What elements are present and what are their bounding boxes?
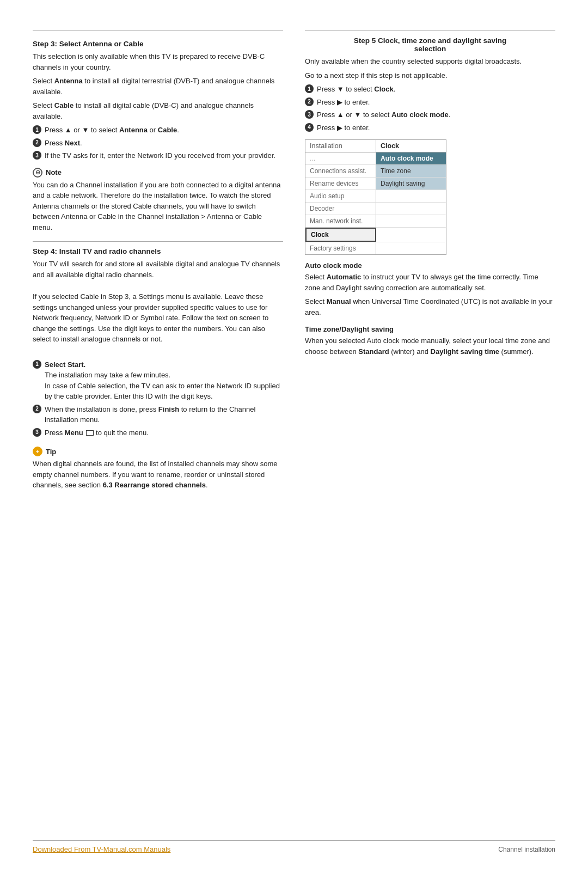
step5-num-1: 1 xyxy=(305,84,314,93)
tv-menu-row-8: Factory settings xyxy=(305,242,446,254)
antenna-bold: Antenna xyxy=(54,77,83,85)
tv-menu-col-install: Installation xyxy=(305,140,376,152)
tv-menu-cell-network: Man. network inst. xyxy=(305,215,376,227)
step3-title: Step 3: Select Antenna or Cable xyxy=(33,40,283,48)
note-icon: ⊖ xyxy=(33,168,42,178)
left-column: Step 3: Select Antenna or Cable This sel… xyxy=(33,22,283,824)
tv-menu-cell-timezone: Time zone xyxy=(376,165,446,177)
step4-num-1: 1 xyxy=(33,360,41,369)
cable-bold2: Cable xyxy=(158,126,177,134)
step3-list-item-1: 1 Press ▲ or ▼ to select Antenna or Cabl… xyxy=(33,125,283,136)
step3-num-2: 2 xyxy=(33,138,41,147)
cable-bold: Cable xyxy=(54,101,74,109)
tip-box: + Tip When digital channels are found, t… xyxy=(33,447,283,491)
tv-menu-cell-rename: Rename devices xyxy=(305,178,376,190)
step3-section: Step 3: Select Antenna or Cable This sel… xyxy=(33,40,283,161)
step4-para2: If you selected Cable in Step 3, a Setti… xyxy=(33,291,283,345)
step4-list: 1 Select Start. The installation may tak… xyxy=(33,359,283,438)
tv-menu-cell-clock-right xyxy=(376,228,446,242)
step4-list-item-1: 1 Select Start. The installation may tak… xyxy=(33,359,283,402)
step3-para1: This selection is only available when th… xyxy=(33,51,283,72)
step4-list-item-3: 3 Press Menu to quit the menu. xyxy=(33,427,283,438)
step5-list-item-2: 2 Press ▶ to enter. xyxy=(305,97,555,108)
step3-list-item-3: 3 If the TV asks for it, enter the Netwo… xyxy=(33,150,283,161)
step5-num-2: 2 xyxy=(305,97,314,106)
step3-item3-text: If the TV asks for it, enter the Network… xyxy=(45,150,275,161)
tip-icon: + xyxy=(33,447,42,456)
automatic-bold: Automatic xyxy=(327,273,362,281)
tv-menu-col-clock: Clock xyxy=(376,140,446,152)
footer-link[interactable]: Downloaded From TV-Manual.com Manuals xyxy=(33,845,170,853)
tip-title: + Tip xyxy=(33,447,283,456)
tv-menu-cell-factory-right xyxy=(376,242,446,254)
tv-menu-row-1: ... Auto clock mode xyxy=(305,152,446,165)
right-column: Step 5 Clock, time zone and daylight sav… xyxy=(305,22,555,824)
step4-list-item-2: 2 When the installation is done, press F… xyxy=(33,404,283,425)
tv-menu-row-6: Man. network inst. xyxy=(305,215,446,228)
right-top-divider xyxy=(305,30,555,31)
step3-list-item-2: 2 Press Next. xyxy=(33,138,283,149)
menu-icon xyxy=(86,430,94,436)
step4-num-3: 3 xyxy=(33,428,41,437)
daylight-bold: Daylight saving time xyxy=(431,347,499,356)
step5-para1: Only available when the country selected… xyxy=(305,56,555,67)
step5-num-4: 4 xyxy=(305,123,314,132)
tv-menu-row-3: Rename devices Daylight saving xyxy=(305,178,446,190)
tv-menu-row-4: Audio setup xyxy=(305,190,446,203)
note-box: ⊖ Note You can do a Channel installation… xyxy=(33,168,283,233)
step5-num-3: 3 xyxy=(305,110,314,119)
tv-menu-cell-auto-clock: Auto clock mode xyxy=(376,152,446,164)
step3-list: 1 Press ▲ or ▼ to select Antenna or Cabl… xyxy=(33,125,283,161)
tv-menu-cell-dots: ... xyxy=(305,152,376,164)
tv-menu-cell-decoder: Decoder xyxy=(305,203,376,215)
tip-label: Tip xyxy=(46,448,56,456)
auto-clock-title: Auto clock mode xyxy=(305,261,555,270)
tv-menu: Installation Clock ... Auto clock mode C… xyxy=(305,139,446,255)
step5-list-item-1: 1 Press ▼ to select Clock. xyxy=(305,84,555,95)
step5-section: Step 5 Clock, time zone and daylight sav… xyxy=(305,36,555,133)
note-text: You can do a Channel installation if you… xyxy=(33,180,283,233)
step5-title: Step 5 Clock, time zone and daylight sav… xyxy=(305,36,555,53)
step4-item1-sub: The installation may take a few minutes.… xyxy=(45,370,283,402)
step5-list-item-3: 3 Press ▲ or ▼ to select Auto clock mode… xyxy=(305,109,555,120)
step3-para2: Select Antenna to install all digital te… xyxy=(33,76,283,97)
page: Step 3: Select Antenna or Cable This sel… xyxy=(0,0,588,886)
auto-clock-section: Auto clock mode Select Automatic to inst… xyxy=(305,261,555,317)
tv-menu-cell-audio-right xyxy=(376,190,446,202)
tv-menu-cell-audio: Audio setup xyxy=(305,190,376,202)
clock-bold: Clock xyxy=(374,85,393,93)
manual-bold: Manual xyxy=(327,297,351,305)
timezone-section: Time zone/Daylight saving When you selec… xyxy=(305,325,555,357)
step4-para1: Your TV will search for and store all av… xyxy=(33,259,283,280)
note-title: ⊖ Note xyxy=(33,168,283,178)
note-label: Note xyxy=(46,168,62,176)
step5-list-item-4: 4 Press ▶ to enter. xyxy=(305,123,555,133)
tv-menu-cell-decoder-right xyxy=(376,203,446,215)
tv-menu-cell-factory: Factory settings xyxy=(305,242,376,254)
step5-list: 1 Press ▼ to select Clock. 2 Press ▶ to … xyxy=(305,84,555,133)
step4-num-2: 2 xyxy=(33,405,41,413)
step3-para3: Select Cable to install all digital cabl… xyxy=(33,100,283,121)
tv-menu-row-2: Connections assist. Time zone xyxy=(305,165,446,178)
menu-bold: Menu xyxy=(65,429,83,437)
step4-section: Step 4: Install TV and radio channels Yo… xyxy=(33,247,283,438)
step4-divider xyxy=(33,241,283,242)
tv-menu-cell-clock: Clock xyxy=(305,228,376,242)
tv-menu-cell-network-right xyxy=(376,215,446,227)
next-bold: Next xyxy=(65,139,80,147)
auto-clock-bold: Auto clock mode xyxy=(391,111,449,119)
auto-clock-para2: Select Manual when Universal Time Coordi… xyxy=(305,296,555,317)
step3-num-3: 3 xyxy=(33,151,41,160)
tip-text: When digital channels are found, the lis… xyxy=(33,459,283,491)
timezone-para: When you selected Auto clock mode manual… xyxy=(305,335,555,357)
tip-bold-section: 6.3 Rearrange stored channels xyxy=(103,481,206,489)
footer: Downloaded From TV-Manual.com Manuals Ch… xyxy=(33,840,555,853)
step3-num-1: 1 xyxy=(33,125,41,134)
auto-clock-para1: Select Automatic to instruct your TV to … xyxy=(305,272,555,293)
step4-title: Step 4: Install TV and radio channels xyxy=(33,247,283,255)
top-divider xyxy=(33,30,283,31)
antenna-cable-bold: Antenna xyxy=(119,126,148,134)
tv-menu-header: Installation Clock xyxy=(305,140,446,152)
step5-para2: Go to a next step if this step is not ap… xyxy=(305,70,555,81)
tv-menu-cell-daylight: Daylight saving xyxy=(376,178,446,190)
